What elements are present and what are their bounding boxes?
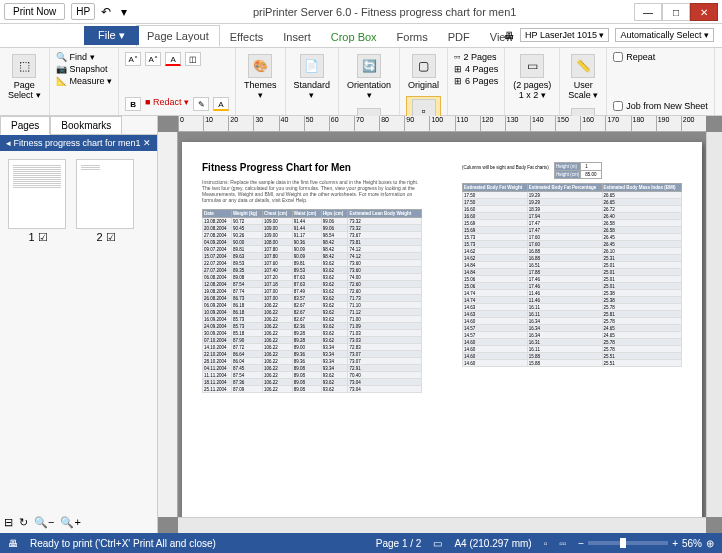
fill-color-icon[interactable]: A: [213, 97, 229, 111]
menu-tabs: File ▾ Page Layout Effects Insert Crop B…: [0, 24, 722, 48]
tab-crop-box[interactable]: Crop Box: [321, 27, 387, 47]
scrollbar-horizontal[interactable]: [178, 517, 706, 533]
zoom-value: 56%: [682, 538, 702, 549]
four-pages-button[interactable]: ⊞ 4 Pages: [454, 64, 498, 74]
tab-effects[interactable]: Effects: [220, 27, 273, 47]
font-dec-icon[interactable]: A˅: [125, 52, 141, 66]
print-now-button[interactable]: Print Now: [4, 3, 65, 20]
ribbon: ⬚Page Select ▾ 🔍 Find ▾ 📷 Snapshot 📐 Mea…: [0, 48, 722, 116]
redact-button[interactable]: ■ Redact ▾: [145, 97, 189, 111]
instructions: Instructions: Replace the sample data in…: [202, 179, 422, 203]
status-paper: A4 (210.297 mm): [454, 538, 531, 549]
window-title: priPrinter Server 6.0 - Fitness progress…: [135, 6, 634, 18]
scrollbar-vertical[interactable]: [706, 132, 722, 517]
refresh-icon[interactable]: ↻: [19, 516, 28, 529]
data-table-left: DateWeight (kg)Chest (cm)Waist (cm)Hips …: [202, 209, 422, 393]
hp-badge: HP: [71, 3, 95, 20]
file-bar[interactable]: ◂ Fitness progress chart for men1✕: [0, 135, 157, 151]
minimize-button[interactable]: —: [634, 3, 662, 21]
new-sheet-checkbox[interactable]: Job from New Sheet: [613, 101, 708, 111]
paper-icon[interactable]: ▭: [433, 538, 442, 549]
zoom-in-icon[interactable]: +: [672, 538, 678, 549]
highlight-icon[interactable]: ✎: [193, 97, 209, 111]
status-bar: 🖶 Ready to print ('Ctrl+X' Print All and…: [0, 533, 722, 553]
user-scale-button[interactable]: 📏User Scale ▾: [566, 52, 600, 102]
slides-button[interactable]: ▭(2 pages) 1 x 2 ▾: [511, 52, 553, 102]
dropdown-icon[interactable]: ▾: [121, 5, 135, 19]
printer-icon: 🖶: [504, 30, 514, 41]
ruler-horizontal: 0102030405060708090100110120130140150160…: [178, 116, 706, 132]
zoom-in-thumb-icon[interactable]: 🔍+: [60, 516, 80, 529]
tab-insert[interactable]: Insert: [273, 27, 321, 47]
two-pages-button[interactable]: ▫▫ 2 Pages: [454, 52, 498, 62]
left-panel: Pages Bookmarks ◂ Fitness progress chart…: [0, 116, 158, 533]
title-bar: Print Now HP ↶ ▾ priPrinter Server 6.0 -…: [0, 0, 722, 24]
printer-select[interactable]: HP LaserJet 1015 ▾: [520, 28, 609, 42]
zoom-fit-icon[interactable]: ⊕: [706, 538, 714, 549]
page-select-button[interactable]: ⬚Page Select ▾: [6, 52, 43, 102]
six-pages-button[interactable]: ⊞ 6 Pages: [454, 76, 498, 86]
erase-icon[interactable]: ◫: [185, 52, 201, 66]
close-button[interactable]: ✕: [690, 3, 718, 21]
repeat-checkbox[interactable]: Repeat: [613, 52, 708, 62]
orientation-button[interactable]: 🔄Orientation ▾: [345, 52, 393, 102]
status-ready: Ready to print ('Ctrl+X' Print All and c…: [30, 538, 216, 549]
page-sheet: Fitness Progress Chart for Men Instructi…: [182, 142, 702, 517]
file-menu[interactable]: File ▾: [84, 26, 139, 45]
maximize-button[interactable]: □: [662, 3, 690, 21]
data-table-right: Estimated Body Fat WeightEstimated Body …: [462, 183, 682, 367]
view-single-icon[interactable]: ▫: [544, 538, 548, 549]
undo-icon[interactable]: ↶: [101, 5, 115, 19]
font-inc-icon[interactable]: A˄: [145, 52, 161, 66]
zoom-out-thumb-icon[interactable]: 🔍−: [34, 516, 54, 529]
standard-button[interactable]: 📄Standard ▾: [292, 52, 333, 102]
print-icon[interactable]: 🖶: [8, 538, 18, 549]
zoom-out-icon[interactable]: −: [578, 538, 584, 549]
height-note: (Columns will be sight and Body Fat char…: [462, 162, 682, 179]
original-button[interactable]: ▢Original: [406, 52, 441, 92]
tab-pdf[interactable]: PDF: [438, 27, 480, 47]
view-double-icon[interactable]: ▫▫: [559, 538, 566, 549]
status-page: Page 1 / 2: [376, 538, 422, 549]
doc-title: Fitness Progress Chart for Men: [202, 162, 422, 173]
themes-button[interactable]: 🎨Themes ▾: [242, 52, 279, 102]
bold-icon[interactable]: B: [125, 97, 141, 111]
thumbnail-2[interactable]: 2 ☑: [76, 159, 136, 244]
measure-button[interactable]: 📐 Measure ▾: [56, 76, 113, 86]
ruler-vertical: [158, 132, 178, 517]
font-color-icon[interactable]: A: [165, 52, 181, 66]
pages-tab[interactable]: Pages: [0, 116, 50, 135]
tray-select[interactable]: Automatically Select ▾: [615, 28, 714, 42]
collapse-icon[interactable]: ⊟: [4, 516, 13, 529]
bookmarks-tab[interactable]: Bookmarks: [50, 116, 122, 134]
thumbnail-1[interactable]: 1 ☑: [8, 159, 68, 244]
zoom-slider[interactable]: [588, 541, 668, 545]
tab-forms[interactable]: Forms: [387, 27, 438, 47]
tab-page-layout[interactable]: Page Layout: [136, 25, 220, 47]
snapshot-button[interactable]: 📷 Snapshot: [56, 64, 113, 74]
find-button[interactable]: 🔍 Find ▾: [56, 52, 113, 62]
page-view: 0102030405060708090100110120130140150160…: [158, 116, 722, 533]
